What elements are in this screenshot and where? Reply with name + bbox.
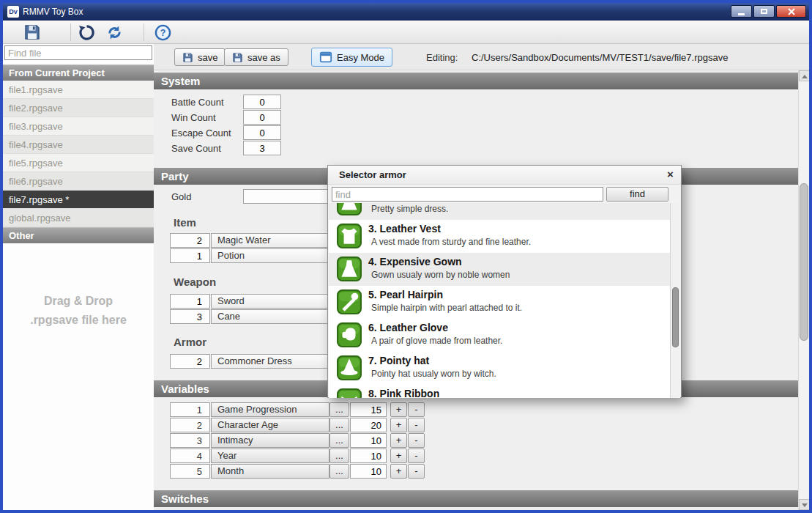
item-subheader: Item: [174, 216, 196, 229]
battle-count-input[interactable]: [243, 95, 281, 109]
item-count-input[interactable]: [170, 248, 210, 263]
variable-name-box[interactable]: Game Progression: [211, 402, 329, 417]
armor-list-item[interactable]: 6. Leather Glove A pair of glove made fr…: [329, 319, 671, 352]
dropzone[interactable]: Drag & Drop .rpgsave file here: [3, 243, 154, 510]
arrow-down-icon: [802, 503, 808, 507]
maximize-button[interactable]: [753, 5, 775, 18]
system-row: Win Count: [154, 110, 798, 125]
dialog-titlebar[interactable]: Selector armor ×: [328, 166, 681, 185]
variable-value-input[interactable]: [350, 464, 387, 479]
file-item[interactable]: file1.rpgsave: [3, 81, 154, 99]
variable-increment-button[interactable]: +: [390, 464, 407, 479]
variable-name-box[interactable]: Month: [211, 464, 329, 479]
variable-more-button[interactable]: ...: [329, 449, 349, 463]
save-button-label: save: [198, 52, 217, 63]
weapon-count-input[interactable]: [170, 309, 210, 324]
dialog-close-button[interactable]: ×: [663, 168, 677, 182]
variable-increment-button[interactable]: +: [390, 433, 407, 448]
item-count-input[interactable]: [170, 233, 210, 248]
variable-increment-button[interactable]: +: [390, 449, 407, 463]
variable-value-input[interactable]: [350, 433, 387, 448]
variable-name-box[interactable]: Intimacy: [211, 433, 329, 448]
section-header-system: System: [154, 73, 798, 89]
reload-toolbar-button[interactable]: [76, 23, 97, 42]
weapon-count-input[interactable]: [170, 294, 210, 309]
refresh-toolbar-button[interactable]: [104, 23, 124, 42]
variable-value-input[interactable]: [350, 402, 387, 417]
escape-count-input[interactable]: [243, 125, 281, 140]
maximize-icon: [761, 9, 767, 14]
variable-increment-button[interactable]: +: [390, 418, 407, 432]
close-icon: [788, 8, 795, 15]
file-item-selected[interactable]: file7.rpgsave *: [3, 191, 154, 209]
variable-name-box[interactable]: Year: [211, 449, 329, 463]
window-title: RMMV Toy Box: [23, 7, 83, 17]
ribbon-icon: [337, 388, 362, 398]
variable-id: 3: [170, 433, 210, 448]
dialog-scrollbar[interactable]: [670, 203, 680, 398]
system-row: Save Count: [154, 141, 798, 156]
variable-increment-button[interactable]: +: [390, 402, 407, 417]
refresh-icon: [106, 24, 123, 41]
armor-list-item[interactable]: 4. Expensive Gown Gown usualy worn by no…: [329, 253, 671, 286]
variable-more-button[interactable]: ...: [329, 418, 349, 432]
variable-id: 4: [170, 449, 210, 463]
save-button[interactable]: save: [174, 48, 226, 66]
variable-value-input[interactable]: [350, 449, 387, 463]
armor-list-item[interactable]: 7. Pointy hat Pointy hat usualy worn by …: [329, 352, 671, 385]
armor-item-title: 6. Leather Glove: [368, 322, 448, 333]
variable-more-button[interactable]: ...: [329, 402, 349, 417]
file-item[interactable]: file3.rpgsave: [3, 117, 154, 136]
save-count-input[interactable]: [243, 141, 281, 155]
find-file-input[interactable]: [4, 45, 152, 60]
variable-row: 5 Month ... + -: [154, 464, 798, 479]
scroll-up-button[interactable]: [799, 70, 809, 81]
variable-decrement-button[interactable]: -: [408, 464, 425, 479]
close-button[interactable]: [776, 5, 806, 18]
dialog-find-input[interactable]: [332, 187, 603, 202]
variable-decrement-button[interactable]: -: [408, 418, 425, 432]
scroll-down-button[interactable]: [799, 499, 809, 510]
app-window: Dv RMMV Toy Box: [0, 0, 812, 513]
armor-count-input[interactable]: [170, 354, 210, 369]
variable-decrement-button[interactable]: -: [408, 402, 425, 417]
variable-decrement-button[interactable]: -: [408, 433, 425, 448]
file-item[interactable]: file5.rpgsave: [3, 154, 154, 172]
win-count-label: Win Count: [171, 112, 216, 123]
win-count-input[interactable]: [243, 110, 281, 125]
vest-icon: [337, 224, 362, 248]
variable-more-button[interactable]: ...: [329, 464, 349, 479]
editing-label: Editing:: [426, 52, 458, 63]
armor-list-item[interactable]: Pretty simple dress.: [329, 203, 671, 220]
dialog-find-button[interactable]: find: [606, 187, 668, 202]
armor-list-item[interactable]: 5. Pearl Hairpin Simple hairpin with pea…: [329, 286, 671, 319]
minimize-button[interactable]: [731, 5, 752, 18]
variable-more-button[interactable]: ...: [329, 433, 349, 448]
variable-id: 1: [170, 402, 210, 417]
save-as-button[interactable]: save as: [224, 48, 288, 66]
armor-item-title: 4. Expensive Gown: [368, 256, 462, 267]
help-toolbar-button[interactable]: ?: [152, 23, 173, 42]
save-toolbar-button[interactable]: [22, 23, 42, 42]
file-item[interactable]: file6.rpgsave: [3, 172, 154, 191]
dialog-scrollbar-thumb[interactable]: [672, 287, 679, 347]
easy-mode-button[interactable]: Easy Mode: [311, 48, 392, 67]
arrow-up-icon: [802, 75, 808, 78]
variable-decrement-button[interactable]: -: [408, 449, 425, 463]
armor-item-title: 3. Leather Vest: [368, 223, 441, 235]
file-item[interactable]: file4.rpgsave: [3, 136, 154, 154]
file-item[interactable]: global.rpgsave: [3, 209, 154, 227]
armor-list-item[interactable]: 3. Leather Vest A vest made from sturdy …: [329, 220, 671, 253]
variable-id: 2: [170, 418, 210, 432]
vertical-scrollbar[interactable]: [798, 70, 809, 510]
sidebar-section-other: Other: [3, 227, 154, 243]
variable-name-box[interactable]: Character Age: [211, 418, 329, 432]
scrollbar-thumb[interactable]: [800, 183, 808, 341]
armor-list-item[interactable]: 8. Pink Ribbon: [329, 385, 671, 398]
titlebar[interactable]: Dv RMMV Toy Box: [3, 3, 809, 21]
file-item[interactable]: file2.rpgsave: [3, 99, 154, 117]
minimize-icon: [738, 13, 745, 15]
variable-value-input[interactable]: [350, 418, 387, 432]
armor-item-desc: Gown usualy worn by noble women: [371, 270, 510, 280]
hairpin-icon: [337, 289, 362, 314]
